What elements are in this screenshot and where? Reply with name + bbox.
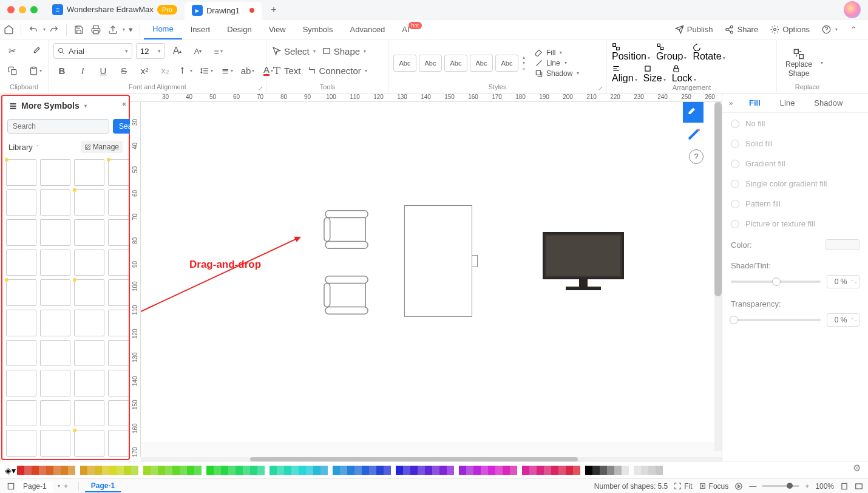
symbol-item[interactable] [108, 189, 129, 216]
shrink-font-icon[interactable]: A▾ [189, 42, 206, 59]
pages-icon[interactable] [5, 478, 17, 494]
dialog-launcher-icon[interactable]: ⤢ [598, 85, 603, 92]
select-tool[interactable]: Select▾ [272, 42, 316, 59]
menu-insert[interactable]: Insert [182, 20, 219, 39]
add-page-icon[interactable]: + [60, 482, 72, 491]
color-swatch-item[interactable] [250, 466, 257, 475]
fit-page-icon[interactable] [840, 482, 849, 491]
color-swatch-item[interactable] [384, 466, 391, 475]
play-icon[interactable] [734, 482, 743, 491]
color-swatch-item[interactable] [243, 466, 250, 475]
redo-icon[interactable] [46, 21, 63, 38]
color-swatch-item[interactable] [396, 466, 403, 475]
symbol-item[interactable] [6, 400, 36, 427]
radio-gradient-fill[interactable]: Gradient fill [731, 159, 860, 168]
style-preset[interactable]: Abc [495, 55, 518, 72]
color-swatch-item[interactable] [362, 466, 369, 475]
new-tab-button[interactable]: + [266, 2, 281, 17]
vertical-scrollbar[interactable] [714, 102, 722, 451]
color-swatch-item[interactable] [221, 466, 228, 475]
color-swatch-item[interactable] [410, 466, 418, 475]
symbol-item[interactable] [40, 159, 70, 186]
line-spacing-icon[interactable]: ▾ [198, 62, 215, 79]
color-swatch-item[interactable] [68, 466, 75, 475]
symbol-item[interactable] [40, 279, 70, 306]
shadow-cmd[interactable]: Shadow▾ [535, 69, 579, 78]
symbol-item[interactable] [108, 340, 129, 367]
focus-button[interactable]: Focus [699, 482, 729, 491]
color-swatch-item[interactable] [607, 466, 614, 475]
color-swatch-item[interactable] [522, 466, 529, 475]
symbol-item[interactable] [40, 189, 70, 216]
rotate-cmd[interactable]: Rotate▾ [693, 42, 725, 62]
color-swatch-item[interactable] [425, 466, 432, 475]
horizontal-scrollbar[interactable] [141, 457, 722, 461]
color-swatch-item[interactable] [284, 466, 291, 475]
color-swatch-item[interactable] [347, 466, 354, 475]
symbol-item[interactable] [40, 340, 70, 367]
publish-button[interactable]: Publish [670, 22, 718, 36]
symbol-item[interactable] [6, 370, 36, 396]
transparency-value[interactable]: 0 % [827, 313, 860, 327]
color-swatch-item[interactable] [558, 466, 566, 475]
transparency-slider[interactable] [731, 319, 821, 321]
help-button[interactable]: ▾ [817, 22, 843, 36]
color-swatch-item[interactable] [291, 466, 299, 475]
color-swatch-item[interactable] [340, 466, 347, 475]
menu-design[interactable]: Design [219, 20, 260, 39]
symbol-item[interactable] [108, 370, 129, 396]
underline-icon[interactable]: U [95, 62, 112, 79]
color-swatch-item[interactable] [622, 466, 629, 475]
symbol-item[interactable] [74, 310, 104, 336]
shade-slider[interactable] [731, 280, 821, 283]
color-swatch-item[interactable] [585, 466, 592, 475]
color-swatch-item[interactable] [432, 466, 439, 475]
collapse-ribbon-icon[interactable]: ⌃ [845, 21, 862, 38]
shade-value[interactable]: 0 % [827, 275, 860, 288]
style-up-icon[interactable]: ▴ [523, 55, 525, 60]
fill-cmd[interactable]: Fill▾ [535, 49, 579, 57]
menu-view[interactable]: View [260, 20, 294, 39]
page-tab[interactable]: Page-1 [85, 480, 121, 492]
symbol-item[interactable] [74, 279, 104, 306]
color-swatch-item[interactable] [333, 466, 340, 475]
color-swatch-item[interactable] [206, 466, 214, 475]
zoom-level[interactable]: 100% [815, 482, 834, 491]
color-swatch-item[interactable] [376, 466, 384, 475]
font-select[interactable]: Arial▾ [53, 43, 132, 59]
symbols-header[interactable]: More Symbols▾ « [2, 96, 129, 115]
color-swatch-item[interactable] [418, 466, 425, 475]
color-swatch-item[interactable] [95, 466, 102, 475]
symbol-item[interactable] [74, 219, 104, 246]
color-swatch-item[interactable] [566, 466, 573, 475]
export-icon[interactable] [104, 21, 121, 38]
symbol-item[interactable] [40, 219, 70, 246]
symbol-item[interactable] [108, 400, 129, 427]
options-button[interactable]: Options [765, 22, 815, 36]
undo-icon[interactable] [25, 21, 42, 38]
color-swatch-item[interactable] [180, 466, 187, 475]
theme-icon[interactable] [685, 125, 704, 143]
symbol-item[interactable] [108, 310, 129, 336]
symbol-item[interactable] [74, 400, 104, 427]
zoom-in-icon[interactable]: + [805, 482, 809, 491]
color-swatch-item[interactable] [592, 466, 600, 475]
color-swatch-item[interactable] [459, 466, 466, 475]
color-swatch-item[interactable] [439, 466, 447, 475]
color-swatch-item[interactable] [656, 466, 663, 475]
app-tab[interactable]: ≡ Wondershare EdrawMax Pro [45, 0, 185, 19]
tab-shadow[interactable]: Shadow [804, 94, 852, 112]
search-input[interactable] [7, 119, 109, 134]
color-swatch-item[interactable] [600, 466, 607, 475]
symbol-item[interactable] [40, 250, 70, 276]
color-swatch-item[interactable] [299, 466, 306, 475]
color-swatch-item[interactable] [39, 466, 46, 475]
color-swatch-item[interactable] [551, 466, 558, 475]
color-swatch-item[interactable] [131, 466, 138, 475]
align-icon[interactable]: ≡▾ [210, 42, 227, 59]
color-swatch-item[interactable] [270, 466, 277, 475]
font-size-select[interactable]: 12▾ [136, 43, 165, 59]
vertical-text-icon[interactable]: ▾ [177, 62, 194, 79]
color-swatch-item[interactable] [277, 466, 284, 475]
connector-tool[interactable]: Connector▾ [307, 62, 367, 79]
